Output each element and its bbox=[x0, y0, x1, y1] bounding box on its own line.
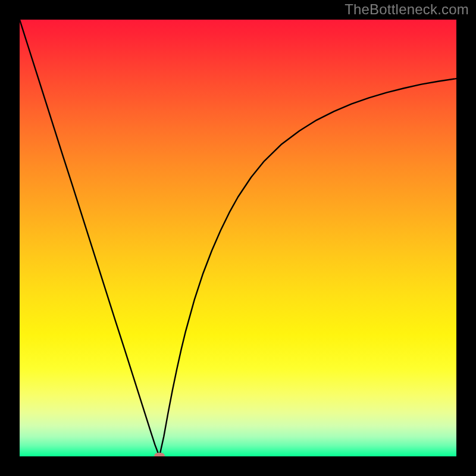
plot-area bbox=[20, 20, 456, 456]
watermark-text: TheBottleneck.com bbox=[345, 1, 469, 18]
optimal-point-marker bbox=[154, 453, 165, 456]
bottleneck-curve bbox=[20, 20, 456, 456]
chart-frame: TheBottleneck.com bbox=[0, 0, 476, 476]
